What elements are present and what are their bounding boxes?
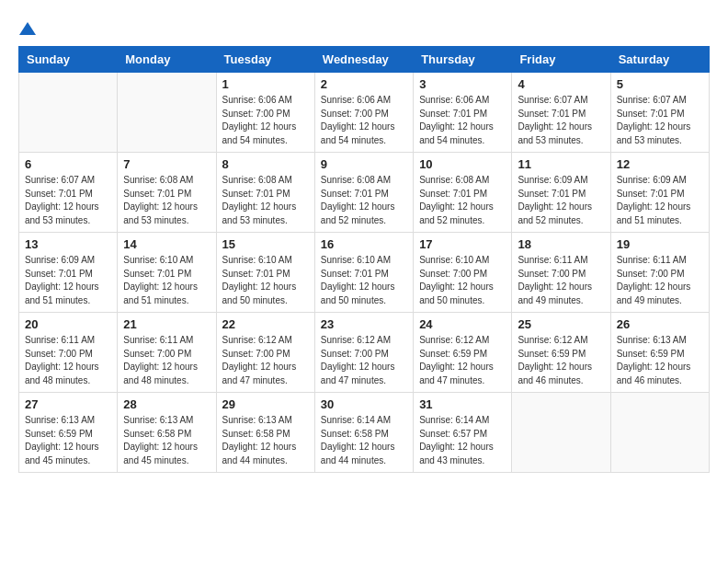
day-info: Sunrise: 6:07 AM Sunset: 7:01 PM Dayligh… (518, 94, 604, 147)
calendar-cell: 17Sunrise: 6:10 AM Sunset: 7:00 PM Dayli… (414, 233, 512, 313)
day-number: 26 (617, 317, 703, 331)
day-info: Sunrise: 6:13 AM Sunset: 6:59 PM Dayligh… (25, 414, 111, 467)
day-info: Sunrise: 6:07 AM Sunset: 7:01 PM Dayligh… (25, 174, 111, 227)
day-number: 25 (518, 317, 604, 331)
day-number: 29 (222, 397, 309, 411)
day-number: 2 (321, 77, 407, 91)
calendar-cell: 20Sunrise: 6:11 AM Sunset: 7:00 PM Dayli… (19, 313, 118, 393)
day-info: Sunrise: 6:11 AM Sunset: 7:00 PM Dayligh… (25, 334, 111, 387)
day-number: 24 (419, 317, 506, 331)
day-info: Sunrise: 6:11 AM Sunset: 7:00 PM Dayligh… (617, 254, 703, 307)
day-info: Sunrise: 6:13 AM Sunset: 6:59 PM Dayligh… (617, 334, 703, 387)
day-number: 22 (222, 317, 309, 331)
calendar-cell: 3Sunrise: 6:06 AM Sunset: 7:01 PM Daylig… (414, 73, 512, 153)
day-number: 28 (123, 397, 210, 411)
column-header-saturday: Saturday (610, 47, 709, 73)
day-number: 11 (518, 157, 604, 171)
column-header-friday: Friday (512, 47, 610, 73)
calendar-cell (19, 73, 118, 153)
day-info: Sunrise: 6:11 AM Sunset: 7:00 PM Dayligh… (123, 334, 210, 387)
day-number: 18 (518, 237, 604, 251)
calendar-cell: 21Sunrise: 6:11 AM Sunset: 7:00 PM Dayli… (118, 313, 216, 393)
day-info: Sunrise: 6:08 AM Sunset: 7:01 PM Dayligh… (419, 174, 506, 227)
calendar-cell: 6Sunrise: 6:07 AM Sunset: 7:01 PM Daylig… (19, 153, 118, 233)
calendar-cell: 13Sunrise: 6:09 AM Sunset: 7:01 PM Dayli… (19, 233, 118, 313)
calendar-cell: 31Sunrise: 6:14 AM Sunset: 6:57 PM Dayli… (414, 393, 512, 473)
column-header-monday: Monday (118, 47, 216, 73)
column-header-sunday: Sunday (19, 47, 118, 73)
column-header-thursday: Thursday (414, 47, 512, 73)
day-info: Sunrise: 6:10 AM Sunset: 7:01 PM Dayligh… (222, 254, 309, 307)
logo-icon (19, 20, 36, 37)
calendar-header-row: SundayMondayTuesdayWednesdayThursdayFrid… (19, 47, 710, 73)
day-info: Sunrise: 6:09 AM Sunset: 7:01 PM Dayligh… (25, 254, 111, 307)
calendar-cell: 24Sunrise: 6:12 AM Sunset: 6:59 PM Dayli… (414, 313, 512, 393)
calendar-cell: 27Sunrise: 6:13 AM Sunset: 6:59 PM Dayli… (19, 393, 118, 473)
day-number: 27 (25, 397, 111, 411)
day-info: Sunrise: 6:09 AM Sunset: 7:01 PM Dayligh… (518, 174, 604, 227)
day-info: Sunrise: 6:07 AM Sunset: 7:01 PM Dayligh… (617, 94, 703, 147)
calendar-week-row: 13Sunrise: 6:09 AM Sunset: 7:01 PM Dayli… (19, 233, 710, 313)
calendar-week-row: 1Sunrise: 6:06 AM Sunset: 7:00 PM Daylig… (19, 73, 710, 153)
day-info: Sunrise: 6:08 AM Sunset: 7:01 PM Dayligh… (321, 174, 407, 227)
day-number: 14 (123, 237, 210, 251)
day-info: Sunrise: 6:14 AM Sunset: 6:58 PM Dayligh… (321, 414, 407, 467)
day-number: 3 (419, 77, 506, 91)
day-info: Sunrise: 6:06 AM Sunset: 7:00 PM Dayligh… (222, 94, 309, 147)
calendar-cell: 26Sunrise: 6:13 AM Sunset: 6:59 PM Dayli… (610, 313, 709, 393)
calendar-cell: 8Sunrise: 6:08 AM Sunset: 7:01 PM Daylig… (216, 153, 314, 233)
day-number: 9 (321, 157, 407, 171)
day-info: Sunrise: 6:12 AM Sunset: 6:59 PM Dayligh… (518, 334, 604, 387)
day-info: Sunrise: 6:08 AM Sunset: 7:01 PM Dayligh… (222, 174, 309, 227)
calendar-week-row: 27Sunrise: 6:13 AM Sunset: 6:59 PM Dayli… (19, 393, 710, 473)
day-info: Sunrise: 6:14 AM Sunset: 6:57 PM Dayligh… (419, 414, 506, 467)
day-info: Sunrise: 6:10 AM Sunset: 7:01 PM Dayligh… (321, 254, 407, 307)
day-number: 23 (321, 317, 407, 331)
day-number: 7 (123, 157, 210, 171)
day-info: Sunrise: 6:09 AM Sunset: 7:01 PM Dayligh… (617, 174, 703, 227)
day-info: Sunrise: 6:06 AM Sunset: 7:00 PM Dayligh… (321, 94, 407, 147)
svg-marker-0 (19, 22, 36, 35)
day-number: 12 (617, 157, 703, 171)
calendar-table: SundayMondayTuesdayWednesdayThursdayFrid… (18, 46, 710, 473)
day-number: 17 (419, 237, 506, 251)
day-info: Sunrise: 6:08 AM Sunset: 7:01 PM Dayligh… (123, 174, 210, 227)
calendar-cell: 25Sunrise: 6:12 AM Sunset: 6:59 PM Dayli… (512, 313, 610, 393)
day-number: 8 (222, 157, 309, 171)
calendar-cell: 10Sunrise: 6:08 AM Sunset: 7:01 PM Dayli… (414, 153, 512, 233)
calendar-cell: 22Sunrise: 6:12 AM Sunset: 7:00 PM Dayli… (216, 313, 314, 393)
calendar-cell: 15Sunrise: 6:10 AM Sunset: 7:01 PM Dayli… (216, 233, 314, 313)
calendar-cell (512, 393, 610, 473)
day-number: 6 (25, 157, 111, 171)
day-info: Sunrise: 6:12 AM Sunset: 7:00 PM Dayligh… (321, 334, 407, 387)
calendar-cell: 7Sunrise: 6:08 AM Sunset: 7:01 PM Daylig… (118, 153, 216, 233)
calendar-week-row: 20Sunrise: 6:11 AM Sunset: 7:00 PM Dayli… (19, 313, 710, 393)
day-number: 13 (25, 237, 111, 251)
calendar-cell: 19Sunrise: 6:11 AM Sunset: 7:00 PM Dayli… (610, 233, 709, 313)
page-header (18, 18, 710, 37)
calendar-cell (610, 393, 709, 473)
day-info: Sunrise: 6:11 AM Sunset: 7:00 PM Dayligh… (518, 254, 604, 307)
day-number: 16 (321, 237, 407, 251)
day-info: Sunrise: 6:13 AM Sunset: 6:58 PM Dayligh… (222, 414, 309, 467)
day-info: Sunrise: 6:13 AM Sunset: 6:58 PM Dayligh… (123, 414, 210, 467)
calendar-cell: 12Sunrise: 6:09 AM Sunset: 7:01 PM Dayli… (610, 153, 709, 233)
column-header-wednesday: Wednesday (314, 47, 413, 73)
day-number: 4 (518, 77, 604, 91)
day-number: 10 (419, 157, 506, 171)
column-header-tuesday: Tuesday (216, 47, 314, 73)
logo-text (18, 18, 37, 37)
day-number: 31 (419, 397, 506, 411)
day-number: 15 (222, 237, 309, 251)
day-number: 5 (617, 77, 703, 91)
day-number: 19 (617, 237, 703, 251)
calendar-cell: 4Sunrise: 6:07 AM Sunset: 7:01 PM Daylig… (512, 73, 610, 153)
day-info: Sunrise: 6:10 AM Sunset: 7:00 PM Dayligh… (419, 254, 506, 307)
calendar-cell: 23Sunrise: 6:12 AM Sunset: 7:00 PM Dayli… (314, 313, 413, 393)
calendar-cell: 18Sunrise: 6:11 AM Sunset: 7:00 PM Dayli… (512, 233, 610, 313)
calendar-cell: 28Sunrise: 6:13 AM Sunset: 6:58 PM Dayli… (118, 393, 216, 473)
calendar-cell: 2Sunrise: 6:06 AM Sunset: 7:00 PM Daylig… (314, 73, 413, 153)
logo (18, 18, 37, 37)
calendar-cell: 16Sunrise: 6:10 AM Sunset: 7:01 PM Dayli… (314, 233, 413, 313)
day-number: 1 (222, 77, 309, 91)
